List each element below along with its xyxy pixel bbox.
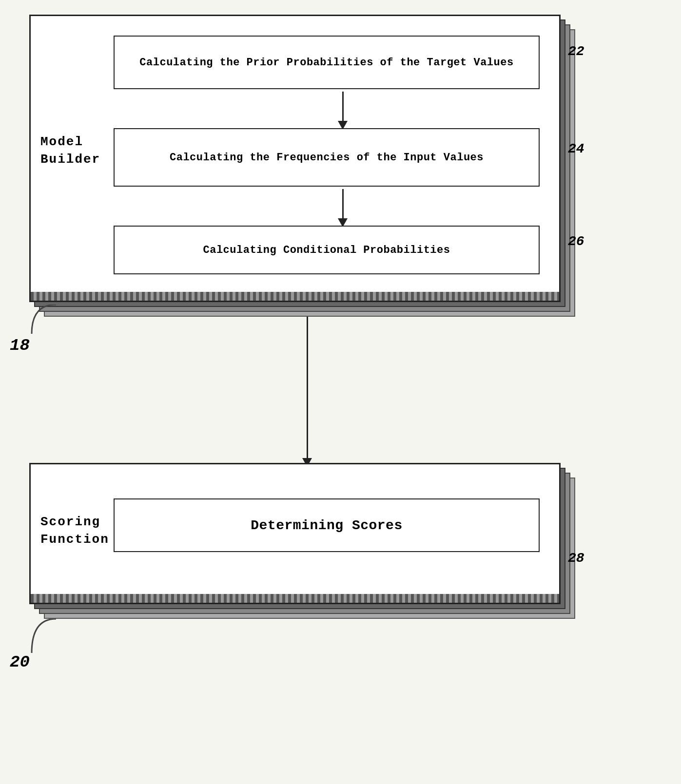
bracket-curve-18 (27, 305, 66, 344)
label-20: 20 (10, 653, 30, 671)
connector-line (307, 317, 308, 458)
model-builder-main-box: Model Builder Calculating the Prior Prob… (29, 15, 561, 302)
connector-arrow (302, 317, 312, 467)
scoring-main-box: Scoring Function Determining Scores (29, 463, 561, 604)
calc-prior-prob-box: Calculating the Prior Probabilities of t… (114, 36, 540, 89)
calc-conditional-prob-box: Calculating Conditional Probabilities (114, 226, 540, 274)
bracket-curve-20 (27, 619, 66, 663)
determining-scores-box: Determining Scores (114, 498, 540, 552)
arrow-line (342, 189, 344, 218)
arrow-2-3 (338, 189, 348, 227)
component-20-bracket (27, 619, 66, 665)
label-18: 18 (10, 336, 30, 355)
scoring-function-component: Scoring Function Determining Scores 28 (29, 463, 590, 629)
label-24: 24 (568, 141, 584, 156)
label-22: 22 (568, 44, 584, 59)
arrow-line (342, 92, 344, 121)
label-26: 26 (568, 234, 584, 249)
hatch-bar-scoring (31, 594, 559, 603)
model-builder-component: Model Builder Calculating the Prior Prob… (29, 15, 590, 326)
hatch-bar-model (31, 292, 559, 301)
model-builder-label: Model Builder (40, 133, 100, 169)
arrow-1-2 (338, 92, 348, 130)
component-18-bracket (27, 305, 66, 346)
label-28: 28 (568, 551, 584, 566)
scoring-function-label: Scoring Function (40, 513, 109, 549)
calc-frequencies-box: Calculating the Frequencies of the Input… (114, 128, 540, 187)
